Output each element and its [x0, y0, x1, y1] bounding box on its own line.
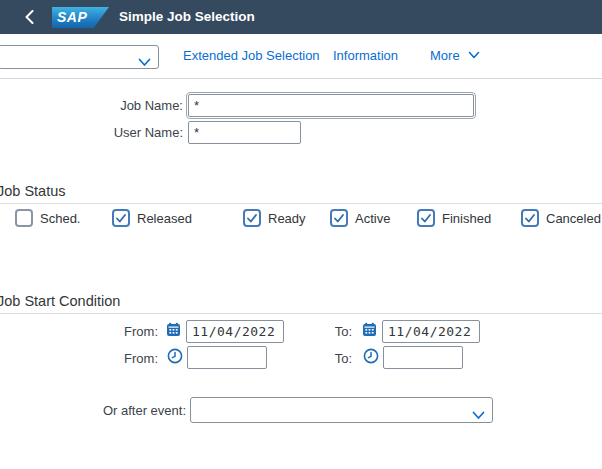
checkbox-canceled[interactable]: Canceled: [521, 209, 601, 227]
checkbox-ready[interactable]: Ready: [243, 209, 306, 227]
checkbox-box[interactable]: [243, 209, 261, 227]
checkbox-label: Active: [355, 211, 390, 226]
back-button[interactable]: [20, 8, 38, 26]
time-from-label: From:: [0, 351, 158, 366]
main-content: Job Name: User Name: Job Status Sched. R…: [0, 79, 602, 469]
checkbox-label: Finished: [442, 211, 491, 226]
time-to-label: To:: [308, 351, 352, 366]
shell-header: SAP Simple Job Selection: [0, 0, 602, 34]
checkbox-box[interactable]: [15, 209, 33, 227]
or-after-event-input[interactable]: [192, 399, 472, 421]
date-from-label: From:: [0, 324, 158, 339]
checkbox-finished[interactable]: Finished: [417, 209, 491, 227]
job-name-input[interactable]: [188, 94, 474, 117]
sap-logo: SAP: [52, 7, 109, 28]
extended-job-selection-link[interactable]: Extended Job Selection: [183, 34, 320, 78]
checkbox-active[interactable]: Active: [330, 209, 390, 227]
checkbox-label: Canceled: [546, 211, 601, 226]
checkbox-box[interactable]: [330, 209, 348, 227]
more-menu-button[interactable]: More: [430, 34, 480, 78]
checkbox-label: Ready: [268, 211, 306, 226]
chevron-down-icon[interactable]: [472, 406, 485, 424]
time-from-input[interactable]: [187, 346, 267, 369]
checkbox-box[interactable]: [417, 209, 435, 227]
chevron-left-icon: [25, 10, 34, 24]
time-to-input[interactable]: [383, 346, 463, 369]
or-after-event-combobox[interactable]: [190, 397, 493, 423]
checkbox-sched[interactable]: Sched.: [15, 209, 80, 227]
simple-job-selection-screen: SAP Simple Job Selection Extended Job Se…: [0, 0, 602, 469]
chevron-down-icon[interactable]: [138, 53, 151, 71]
job-name-label: Job Name:: [0, 98, 183, 113]
checkbox-box[interactable]: [521, 209, 539, 227]
user-name-label: User Name:: [0, 125, 183, 140]
calendar-icon[interactable]: [166, 322, 181, 341]
checkbox-released[interactable]: Released: [112, 209, 192, 227]
toolbar: Extended Job Selection Information More: [0, 34, 602, 79]
job-status-heading: Job Status: [0, 183, 66, 199]
section-divider: [0, 203, 602, 204]
checkbox-label: Released: [137, 211, 192, 226]
page-title: Simple Job Selection: [119, 0, 255, 34]
information-link[interactable]: Information: [333, 34, 398, 78]
or-after-event-label: Or after event:: [0, 403, 186, 418]
sap-logo-text: SAP: [57, 9, 87, 25]
job-start-condition-heading: Job Start Condition: [0, 293, 120, 309]
checkbox-label: Sched.: [40, 211, 80, 226]
calendar-icon[interactable]: [362, 322, 377, 341]
variant-combobox-input[interactable]: [0, 47, 138, 67]
date-from-input[interactable]: [186, 320, 284, 343]
date-to-label: To:: [308, 324, 352, 339]
checkbox-box[interactable]: [112, 209, 130, 227]
variant-combobox[interactable]: [0, 45, 159, 69]
chevron-down-icon: [468, 33, 480, 77]
section-divider: [0, 313, 602, 314]
date-to-input[interactable]: [382, 320, 480, 343]
clock-icon[interactable]: [167, 348, 183, 368]
more-menu-label: More: [430, 48, 460, 63]
user-name-input[interactable]: [188, 121, 301, 144]
clock-icon[interactable]: [363, 348, 379, 368]
